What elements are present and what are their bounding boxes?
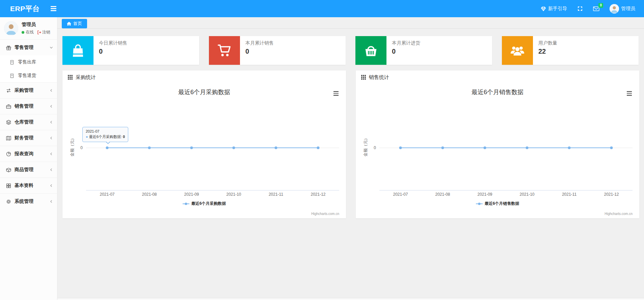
online-status-label: 在线	[26, 29, 34, 35]
chevron-left-icon	[50, 105, 53, 108]
logout-link[interactable]: 注销	[37, 29, 50, 35]
chevron-left-icon	[50, 120, 53, 124]
box-icon	[5, 167, 11, 173]
x-axis-tick-label: 2021-08	[435, 192, 450, 197]
x-axis-tick-label: 2021-11	[562, 192, 576, 197]
sidebar-item-reports[interactable]: 报表查询	[0, 146, 57, 162]
username-label: 管理员	[621, 6, 635, 12]
x-axis-tick-label: 2021-09	[477, 192, 492, 197]
sidebar-item-label: 零售退货	[18, 73, 36, 79]
sidebar-item-goods[interactable]: 商品管理	[0, 162, 57, 178]
avatar	[610, 4, 619, 13]
stat-card-today-sales[interactable]: 今日累计销售 0	[62, 36, 199, 65]
x-axis-tick-label: 2021-11	[269, 192, 283, 197]
y-axis-tick: 0	[75, 145, 83, 150]
basket-icon	[355, 36, 386, 65]
messages-button[interactable]: 0	[593, 6, 599, 11]
sales-chart: 最近6个月销售数据 金额（元） 0 2021-072021-082021-092…	[356, 84, 639, 218]
x-axis-tick-label: 2021-08	[142, 192, 157, 197]
sidebar: 管理员 在线 注销 零售管理	[0, 17, 57, 300]
sidebar-item-label: 销售管理	[15, 103, 33, 109]
stat-label: 用户数量	[538, 40, 557, 46]
sidebar-item-retail[interactable]: 零售管理	[0, 40, 57, 55]
x-axis-tick-label: 2021-12	[604, 192, 619, 197]
guide-button[interactable]: 新手引导	[541, 6, 567, 12]
sidebar-item-label: 采购管理	[15, 87, 33, 93]
x-axis-tick-label: 2021-10	[519, 192, 534, 197]
gear-icon	[5, 198, 11, 204]
chart-credits[interactable]: Highcharts.com.cn	[605, 212, 633, 216]
stat-label: 本月累计进货	[392, 40, 420, 46]
legend-marker-icon	[476, 202, 483, 206]
y-axis-tick: 0	[369, 145, 376, 150]
cart-icon	[209, 36, 240, 65]
chart-tooltip: 2021-07 ● 最近6个月采购数据: 0	[82, 127, 128, 142]
tooltip-series: 最近6个月采购数据	[89, 135, 121, 139]
sidebar-item-label: 仓库管理	[15, 119, 33, 125]
line-plot	[356, 84, 639, 218]
sidebar-user-panel: 管理员 在线 注销	[0, 17, 57, 39]
sales-stats-panel: 销售统计 最近6个月销售数据 金额（元） 0 2021-072021-08202…	[356, 71, 639, 218]
x-axis-tick-label: 2021-10	[226, 192, 241, 197]
x-axis-tick-label: 2021-09	[184, 192, 199, 197]
sidebar-toggle-icon[interactable]	[51, 6, 56, 11]
stat-label: 本月累计销售	[245, 40, 274, 46]
stat-label: 今日累计销售	[99, 40, 127, 46]
user-menu[interactable]: 管理员	[610, 4, 635, 13]
avatar	[4, 21, 18, 35]
sidebar-item-finance[interactable]: 财务管理	[0, 130, 57, 146]
users-icon	[502, 36, 533, 65]
purchase-chart: 最近6个月采购数据 金额（元） 0 2021-072021-082021-092…	[62, 84, 346, 218]
file-icon	[9, 59, 15, 65]
tooltip-point-icon: ●	[86, 135, 88, 139]
purchase-stats-panel: 采购统计 最近6个月采购数据 金额（元） 0 2021-072021-08202…	[62, 71, 346, 218]
charts-row: 采购统计 最近6个月采购数据 金额（元） 0 2021-072021-08202…	[57, 65, 644, 218]
file-icon	[9, 73, 15, 79]
sidebar-item-warehouse[interactable]: 仓库管理	[0, 114, 57, 130]
sidebar-item-sales[interactable]: 销售管理	[0, 99, 57, 114]
shopping-bag-icon	[62, 36, 93, 65]
stat-value: 0	[99, 48, 127, 55]
sidebar-username: 管理员	[22, 22, 50, 28]
chart-credits[interactable]: Highcharts.com.cn	[311, 212, 339, 216]
sidebar-item-label: 零售管理	[15, 45, 33, 51]
gift-icon	[5, 45, 11, 51]
chevron-left-icon	[50, 152, 53, 156]
gem-icon	[541, 6, 546, 11]
sidebar-item-retail-outbound[interactable]: 零售出库	[0, 55, 57, 69]
tooltip-value: 0	[123, 135, 125, 139]
sidebar-item-label: 基本资料	[15, 183, 33, 189]
layers-icon	[5, 119, 11, 125]
chevron-down-icon	[50, 46, 53, 49]
sidebar-item-basic-data[interactable]: 基本资料	[0, 178, 57, 193]
legend-item[interactable]: 最近6个月采购数据	[183, 201, 226, 207]
y-axis-title: 金额（元）	[363, 128, 369, 165]
logout-icon	[37, 30, 41, 34]
top-navbar: ERP平台 新手引导 0	[0, 0, 644, 17]
sidebar-item-system[interactable]: 系统管理	[0, 194, 57, 209]
app-brand: ERP平台	[10, 4, 40, 13]
repeat-icon	[5, 87, 11, 93]
stat-card-user-count[interactable]: 用户数量 22	[502, 36, 639, 65]
y-axis-title: 金额（元）	[70, 128, 75, 165]
sidebar-menu: 零售管理 零售出库 零售退货	[0, 39, 57, 209]
stat-value: 0	[392, 48, 420, 55]
chevron-left-icon	[50, 200, 53, 203]
th-grid-icon	[361, 75, 366, 80]
tooltip-header: 2021-07	[86, 129, 125, 133]
sidebar-item-retail-return[interactable]: 零售退货	[0, 69, 57, 82]
online-status-icon	[22, 31, 24, 34]
tab-home[interactable]: 首页	[62, 19, 87, 28]
stat-card-month-sales[interactable]: 本月累计销售 0	[209, 36, 346, 65]
fullscreen-button[interactable]	[577, 6, 583, 11]
legend-marker-icon	[183, 202, 189, 206]
sidebar-item-label: 商品管理	[15, 167, 33, 173]
sidebar-item-label: 财务管理	[15, 135, 33, 141]
legend-item[interactable]: 最近6个月销售数据	[476, 201, 519, 207]
panel-title: 采购统计	[76, 74, 96, 81]
stat-card-month-purchase[interactable]: 本月累计进货 0	[355, 36, 492, 65]
sidebar-item-purchase[interactable]: 采购管理	[0, 83, 57, 98]
chevron-left-icon	[50, 89, 53, 92]
book-icon	[5, 135, 11, 141]
submenu-retail: 零售出库 零售退货	[0, 55, 57, 82]
